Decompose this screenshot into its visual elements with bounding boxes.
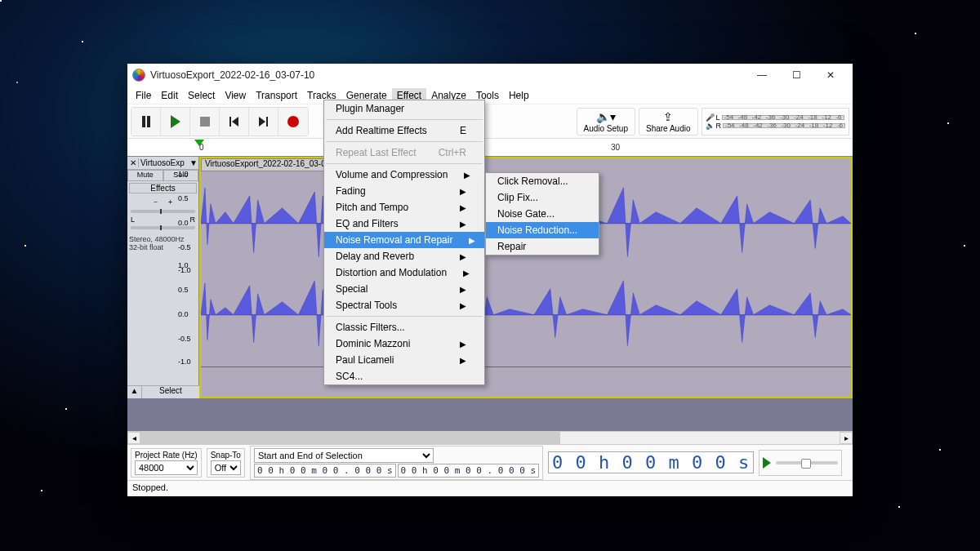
menu-classic-filters[interactable]: Classic Filters... <box>324 319 484 335</box>
effect-menu-dropdown: Plugin Manager Add Realtime EffectsE Rep… <box>323 100 485 385</box>
record-button[interactable] <box>278 108 308 136</box>
menu-distortion[interactable]: Distortion and Modulation▶ <box>324 264 484 281</box>
status-bar: Stopped. <box>127 480 853 496</box>
menu-sc4[interactable]: SC4... <box>324 368 484 384</box>
menu-help[interactable]: Help <box>504 88 534 103</box>
recording-meter[interactable]: 🎤L-54-48-42-36-30-24-18-12-6 🔈R-54-48-42… <box>702 108 850 136</box>
skip-start-icon <box>229 117 238 127</box>
menubar: File Edit Select View Transport Tracks G… <box>127 87 853 104</box>
menu-noise-removal[interactable]: Noise Removal and Repair▶ <box>324 232 484 248</box>
menu-special[interactable]: Special▶ <box>324 281 484 297</box>
app-window: VirtuosoExport_2022-02-16_03-07-10 — ☐ ✕… <box>127 64 853 496</box>
project-rate-select[interactable]: 48000 <box>135 460 198 475</box>
waveform-right[interactable]: 1.0 0.5 0.0 -0.5 -1.0 <box>201 263 851 367</box>
rec-meter-L: -54-48-42-36-30-24-18-12-6 <box>722 115 844 120</box>
menu-file[interactable]: File <box>131 88 156 103</box>
menu-eq-filters[interactable]: EQ and Filters▶ <box>324 216 484 232</box>
menu-view[interactable]: View <box>220 88 251 103</box>
close-button[interactable]: ✕ <box>813 64 848 87</box>
selection-toolbar: Project Rate (Hz) 48000 Snap-To Off Star… <box>127 444 853 480</box>
track-menu-button[interactable]: ▼ <box>189 158 198 167</box>
window-title: VirtuosoExport_2022-02-16_03-07-10 <box>150 69 745 81</box>
project-rate-label: Project Rate (Hz) <box>135 451 198 460</box>
menu-noise-reduction[interactable]: Noise Reduction... <box>486 222 599 238</box>
minimize-button[interactable]: — <box>745 64 779 87</box>
menu-click-removal[interactable]: Click Removal... <box>486 173 599 189</box>
scroll-right-button[interactable]: ▸ <box>840 432 853 444</box>
submenu-arrow-icon: ▶ <box>464 171 470 180</box>
menu-dominic[interactable]: Dominic Mazzoni▶ <box>324 335 484 352</box>
noise-submenu-dropdown: Click Removal... Clip Fix... Noise Gate.… <box>485 172 599 256</box>
skip-end-button[interactable] <box>249 108 278 136</box>
snap-to-select[interactable]: Off <box>211 460 241 475</box>
menu-edit[interactable]: Edit <box>156 88 183 103</box>
share-audio-button[interactable]: ⇪ Share Audio <box>639 108 698 136</box>
track-name[interactable]: VirtuosoExp <box>139 158 189 167</box>
audio-setup-button[interactable]: 🔈▾ Audio Setup <box>577 108 636 136</box>
mic-icon: 🎤 <box>706 113 715 122</box>
menu-paul[interactable]: Paul Licameli▶ <box>324 352 484 368</box>
menu-pitch-tempo[interactable]: Pitch and Tempo▶ <box>324 199 484 216</box>
play-meter-L: -54-48-42-36-30-24-18-12-6 <box>723 123 845 128</box>
skip-start-button[interactable] <box>220 108 249 136</box>
status-text: Stopped. <box>132 482 168 492</box>
scroll-left-button[interactable]: ◂ <box>127 432 140 444</box>
play-button[interactable] <box>161 108 190 136</box>
menu-volume-compression[interactable]: Volume and Compression▶ <box>324 167 484 183</box>
menu-fading[interactable]: Fading▶ <box>324 183 484 199</box>
audio-setup-label: Audio Setup <box>584 124 629 133</box>
menu-delay-reverb[interactable]: Delay and Reverb▶ <box>324 248 484 264</box>
ruler-tick-0: 0 <box>199 143 204 152</box>
toolbar: 🔈▾ Audio Setup ⇪ Share Audio 🎤L-54-48-42… <box>127 104 853 139</box>
play-icon <box>171 115 180 128</box>
selection-mode-select[interactable]: Start and End of Selection <box>254 448 434 463</box>
stop-button[interactable] <box>190 108 220 136</box>
snap-to-label: Snap-To <box>211 451 241 460</box>
empty-track-space[interactable] <box>127 398 853 431</box>
menu-select[interactable]: Select <box>183 88 220 103</box>
menu-spectral[interactable]: Spectral Tools▶ <box>324 297 484 313</box>
playback-speed-slider[interactable] <box>776 461 838 464</box>
skip-end-icon <box>259 117 268 127</box>
pause-button[interactable] <box>131 108 161 136</box>
play-at-speed <box>759 450 842 476</box>
mute-button[interactable]: Mute <box>127 170 163 181</box>
collapse-button[interactable]: ▲ <box>127 386 142 398</box>
speaker-icon: 🔈▾ <box>596 110 616 123</box>
maximize-button[interactable]: ☐ <box>779 64 813 87</box>
clip-name[interactable]: VirtuosoExport_2022-02-16_03-0 <box>201 158 330 171</box>
scroll-thumb[interactable] <box>140 432 560 444</box>
share-audio-label: Share Audio <box>646 124 691 133</box>
horizontal-scrollbar[interactable]: ◂ ▸ <box>127 431 853 444</box>
record-icon <box>287 116 299 127</box>
selection-end-field[interactable]: 0 0 h 0 0 m 0 0 . 0 0 0 s <box>398 464 540 478</box>
share-icon: ⇪ <box>663 110 673 123</box>
menu-clip-fix[interactable]: Clip Fix... <box>486 189 599 206</box>
selection-start-field[interactable]: 0 0 h 0 0 m 0 0 . 0 0 0 s <box>254 464 396 478</box>
menu-transport[interactable]: Transport <box>251 88 302 103</box>
menu-plugin-manager[interactable]: Plugin Manager <box>324 100 484 117</box>
time-display[interactable]: 0 0 h 0 0 m 0 0 s <box>548 451 754 473</box>
speaker2-icon: 🔈 <box>706 122 715 130</box>
pause-icon <box>142 116 150 127</box>
stop-icon <box>200 117 210 127</box>
timeline-ruler[interactable]: 0 30 <box>127 139 853 157</box>
menu-repeat-last: Repeat Last EffectCtrl+R <box>324 144 484 161</box>
titlebar[interactable]: VirtuosoExport_2022-02-16_03-07-10 — ☐ ✕ <box>127 64 853 87</box>
track-select-button[interactable]: Select <box>142 386 199 398</box>
ruler-tick-30: 30 <box>611 143 620 152</box>
app-logo-icon <box>132 69 145 82</box>
track-close-button[interactable]: ✕ <box>127 158 139 167</box>
menu-repair[interactable]: Repair <box>486 238 599 255</box>
menu-noise-gate[interactable]: Noise Gate... <box>486 206 599 222</box>
play-at-speed-button[interactable] <box>763 457 771 469</box>
menu-add-realtime[interactable]: Add Realtime EffectsE <box>324 122 484 139</box>
